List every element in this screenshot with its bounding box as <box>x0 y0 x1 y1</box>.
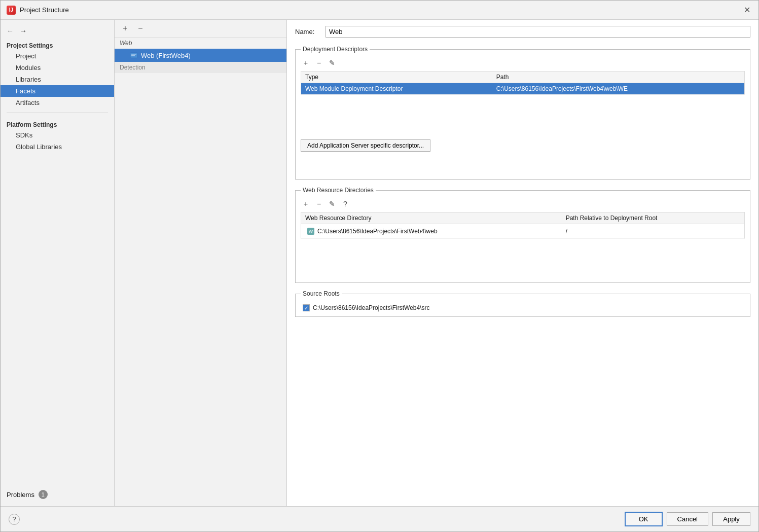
deployment-descriptors-table: Type Path Web Module Deployment Descript… <box>301 71 745 95</box>
problems-label: Problems <box>7 491 34 499</box>
add-facet-button[interactable]: + <box>120 23 131 34</box>
wrd-add-button[interactable]: + <box>301 199 311 209</box>
facet-item-label: Web (FirstWeb4) <box>141 52 191 59</box>
facets-panel: + − Web Web (FirstWeb4) Detection <box>115 20 287 506</box>
dd-empty-area <box>301 95 745 135</box>
wrd-col-path-rel: Path Relative to Deployment Root <box>562 212 745 224</box>
dd-cell-path: C:\Users\86156\IdeaProjects\FirstWeb4\we… <box>492 83 745 95</box>
sidebar-divider <box>7 113 108 113</box>
name-input[interactable] <box>326 26 750 38</box>
wrd-row[interactable]: W C:\Users\86156\IdeaProjects\FirstWeb4\… <box>301 224 745 239</box>
dd-remove-button[interactable]: − <box>314 58 324 68</box>
name-row: Name: <box>295 26 750 38</box>
deployment-descriptors-section: Deployment Descriptors + − ✎ Type Path <box>295 46 750 180</box>
detection-label: Detection <box>115 62 286 73</box>
nav-back-forward: ← → <box>1 24 114 38</box>
title-bar-left: IJ Project Structure <box>7 6 69 15</box>
source-roots-item[interactable]: ✓ C:\Users\86156\IdeaProjects\FirstWeb4\… <box>301 302 745 313</box>
wrd-toolbar: + − ✎ ? <box>301 199 745 209</box>
wrd-cell-path-rel: / <box>562 224 745 239</box>
sidebar-item-libraries[interactable]: Libraries <box>1 74 114 85</box>
facets-group-label: Web <box>115 38 286 49</box>
name-label: Name: <box>295 28 320 36</box>
remove-facet-button[interactable]: − <box>135 23 146 34</box>
project-settings-header: Project Settings <box>1 40 114 50</box>
bottom-bar: ? OK Cancel Apply <box>1 506 758 531</box>
wrd-legend: Web Resource Directories <box>301 187 376 194</box>
wrd-table: Web Resource Directory Path Relative to … <box>301 212 745 239</box>
wrd-help-button[interactable]: ? <box>340 199 350 209</box>
main-content: ← → Project Settings Project Modules Lib… <box>1 20 758 506</box>
dd-bottom-space <box>301 156 745 176</box>
dd-edit-button[interactable]: ✎ <box>327 58 337 68</box>
apply-button[interactable]: Apply <box>712 512 750 526</box>
sidebar-item-global-libraries[interactable]: Global Libraries <box>1 141 114 153</box>
sidebar-item-modules[interactable]: Modules <box>1 62 114 74</box>
wrd-empty-area <box>301 239 745 279</box>
sidebar-item-project[interactable]: Project <box>1 50 114 62</box>
detail-panel: Name: Deployment Descriptors + − ✎ Type … <box>287 20 758 506</box>
svg-rect-2 <box>131 55 135 56</box>
wrd-col-dir: Web Resource Directory <box>301 212 562 224</box>
help-button[interactable]: ? <box>9 514 20 525</box>
source-root-checkbox[interactable]: ✓ <box>303 304 310 311</box>
ok-button[interactable]: OK <box>625 512 663 526</box>
close-button[interactable]: ✕ <box>741 5 752 16</box>
wrd-edit-button[interactable]: ✎ <box>327 199 337 209</box>
forward-button[interactable]: → <box>18 26 29 36</box>
web-resource-dirs-section: Web Resource Directories + − ✎ ? Web Res… <box>295 187 750 283</box>
title-bar: IJ Project Structure ✕ <box>1 1 758 20</box>
problems-badge: 1 <box>39 490 48 499</box>
platform-settings-header: Platform Settings <box>1 119 114 129</box>
deployment-descriptors-legend: Deployment Descriptors <box>301 46 370 53</box>
dd-col-path: Path <box>492 72 745 83</box>
dd-add-button[interactable]: + <box>301 58 311 68</box>
resource-dir-icon: W <box>307 228 314 235</box>
source-roots-section: Source Roots ✓ C:\Users\86156\IdeaProjec… <box>295 290 750 317</box>
facet-item-web[interactable]: Web (FirstWeb4) <box>115 49 286 62</box>
wrd-cell-dir: W C:\Users\86156\IdeaProjects\FirstWeb4\… <box>301 224 562 239</box>
sidebar-item-facets[interactable]: Facets <box>1 85 114 97</box>
facets-toolbar: + − <box>115 20 286 38</box>
sidebar-item-sdks[interactable]: SDKs <box>1 129 114 141</box>
back-button[interactable]: ← <box>5 26 16 36</box>
project-structure-dialog: IJ Project Structure ✕ ← → Project Setti… <box>0 0 759 532</box>
cancel-button[interactable]: Cancel <box>667 512 708 526</box>
add-descriptor-button[interactable]: Add Application Server specific descript… <box>301 139 430 152</box>
dd-row[interactable]: Web Module Deployment Descriptor C:\User… <box>301 83 745 95</box>
svg-rect-1 <box>131 54 136 55</box>
source-root-path: C:\Users\86156\IdeaProjects\FirstWeb4\sr… <box>313 304 430 311</box>
wrd-remove-button[interactable]: − <box>314 199 324 209</box>
app-icon: IJ <box>7 6 16 15</box>
dd-cell-type: Web Module Deployment Descriptor <box>301 83 492 95</box>
problems-row[interactable]: Problems 1 <box>1 487 114 502</box>
source-roots-legend: Source Roots <box>301 290 342 297</box>
dd-toolbar: + − ✎ <box>301 58 745 68</box>
window-title: Project Structure <box>20 6 69 14</box>
dd-col-type: Type <box>301 72 492 83</box>
facet-web-icon <box>130 51 138 59</box>
sidebar: ← → Project Settings Project Modules Lib… <box>1 20 115 506</box>
sidebar-item-artifacts[interactable]: Artifacts <box>1 97 114 109</box>
